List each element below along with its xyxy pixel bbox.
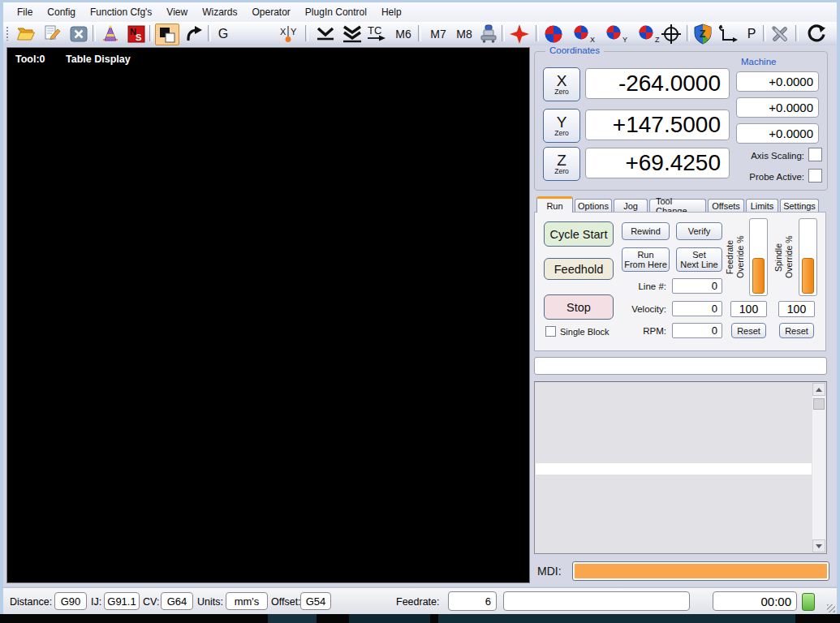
open-file-icon[interactable] (15, 24, 37, 44)
tab-limits[interactable]: Limits (746, 199, 778, 213)
spindle-override-reset-button[interactable]: Reset (779, 323, 814, 338)
toolbar-grip[interactable] (6, 27, 8, 41)
edit-gcode-icon[interactable] (41, 24, 64, 44)
z-machine-dro[interactable]: +0.0000 (736, 123, 819, 144)
stop-button[interactable]: Stop (544, 294, 614, 320)
single-block-checkbox[interactable] (545, 326, 556, 337)
zero-z-button[interactable]: Z Zero (543, 147, 580, 181)
rpm-field[interactable]: 0 (672, 323, 722, 338)
tab-options[interactable]: Options (575, 199, 612, 213)
x-machine-dro[interactable]: +0.0000 (736, 71, 819, 92)
cv-mode-label: CV: (143, 596, 159, 608)
zero-y-button[interactable]: Y Zero (543, 109, 580, 143)
tab-offsets[interactable]: Offsets (708, 199, 744, 213)
y-axis-dro[interactable]: +147.5000 (585, 110, 730, 140)
probe-active-label: Probe Active: (723, 172, 804, 182)
feedrate-label: Feedrate: (396, 596, 440, 608)
desktop-taskbar-strip (0, 614, 840, 623)
tab-jog[interactable]: Jog (614, 199, 648, 213)
menu-function-cfgs[interactable]: Function Cfg's (83, 4, 159, 20)
spindle-override-slider[interactable] (799, 218, 817, 296)
line-number-label: Line #: (613, 281, 666, 291)
scrollbar-thumb[interactable] (813, 398, 825, 410)
menu-help[interactable]: Help (374, 4, 409, 20)
toolbar-separator (502, 25, 505, 41)
display-mode-toggle-icon[interactable] (155, 24, 179, 45)
axis-scaling-checkbox[interactable] (808, 148, 822, 161)
menu-file[interactable]: File (10, 4, 40, 20)
ref-y-icon[interactable]: Y (604, 24, 631, 44)
run-from-here-button[interactable]: Run From Here (622, 247, 670, 272)
set-next-line-button[interactable]: Set Next Line (676, 247, 722, 272)
single-step-down-icon[interactable] (313, 24, 338, 44)
m6-icon[interactable]: M6 (390, 24, 416, 44)
feedrate-override-label: Feedrate Override % (725, 218, 746, 296)
multi-step-down-icon[interactable] (339, 24, 365, 44)
toolpath-display[interactable]: Tool:0 Table Display (6, 47, 530, 583)
spindle-override-value[interactable]: 100 (778, 301, 815, 317)
goto-zero-cross-icon[interactable] (506, 24, 532, 44)
coordinates-title: Coordinates (545, 45, 604, 55)
up-arrow-icon (816, 388, 822, 392)
z-axis-dro[interactable]: +69.4250 (585, 148, 730, 178)
menu-config[interactable]: Config (40, 4, 83, 20)
spindle-override-thumb[interactable] (802, 258, 814, 294)
offset-value: G54 (300, 592, 331, 610)
ref-all-home-icon[interactable] (542, 24, 565, 44)
regen-toolpath-icon[interactable] (182, 24, 206, 44)
ref-x-icon[interactable]: X (571, 24, 599, 44)
tab-run[interactable]: Run (536, 196, 573, 213)
menu-plugin-control[interactable]: PlugIn Control (298, 4, 374, 20)
settings-tools-icon[interactable] (768, 24, 792, 44)
feedrate-override-slider[interactable] (749, 218, 768, 296)
m7-icon[interactable]: M7 (425, 24, 451, 44)
menu-wizards[interactable]: Wizards (195, 4, 244, 20)
feedhold-button[interactable]: Feedhold (544, 258, 614, 280)
toolbar: N S G X Y (3, 22, 837, 46)
scroll-down-button[interactable] (812, 539, 825, 552)
park-icon[interactable]: P (742, 24, 761, 44)
offset-label: Offset: (271, 596, 301, 608)
feedrate-override-thumb[interactable] (752, 258, 765, 294)
feedrate-override-reset-button[interactable]: Reset (731, 323, 766, 338)
mdi-input[interactable] (572, 561, 829, 581)
axis-rotate-icon[interactable] (716, 24, 740, 44)
machine-coords-icon[interactable] (659, 24, 683, 44)
tab-tool-change[interactable]: Tool Change (649, 199, 706, 213)
goto-xy-icon[interactable]: X Y (276, 24, 300, 44)
velocity-field[interactable]: 0 (672, 301, 722, 316)
scroll-up-button[interactable] (812, 383, 825, 396)
close-file-icon[interactable] (67, 24, 90, 44)
feedrate-override-value[interactable]: 100 (730, 301, 767, 317)
menu-operator[interactable]: Operator (245, 4, 298, 20)
gcode-icon[interactable]: G (213, 24, 234, 44)
m8-icon[interactable]: M8 (451, 24, 477, 44)
refresh-icon[interactable] (803, 24, 829, 44)
rewind-button[interactable]: Rewind (622, 222, 670, 240)
gcode-list-scrollbar[interactable] (812, 383, 825, 552)
toolbar-separator (536, 25, 539, 41)
ns-softlimits-icon[interactable]: N S (125, 24, 148, 44)
y-machine-dro[interactable]: +0.0000 (736, 97, 819, 118)
status-message-field[interactable] (534, 357, 827, 375)
toolbar-separator (418, 25, 421, 41)
cycle-start-button[interactable]: Cycle Start (544, 221, 614, 247)
spindle-icon[interactable] (477, 24, 500, 44)
safe-z-shield-icon[interactable]: Z (691, 24, 714, 44)
taskbar-segment (268, 614, 317, 623)
line-number-field[interactable]: 0 (672, 278, 722, 294)
gcode-list[interactable] (534, 381, 827, 554)
tool-change-icon[interactable]: TC (365, 24, 388, 44)
x-axis-dro[interactable]: -264.0000 (585, 68, 730, 99)
probe-active-checkbox[interactable] (808, 169, 822, 183)
wizards-icon[interactable] (99, 24, 122, 44)
single-block-label: Single Block (560, 327, 610, 337)
toolbar-separator (93, 25, 96, 41)
svg-text:TC: TC (368, 24, 381, 37)
tab-settings[interactable]: Settings (780, 199, 819, 213)
distance-mode-label: Distance: (10, 596, 52, 608)
menu-view[interactable]: View (159, 4, 195, 20)
gcode-current-line[interactable] (536, 463, 812, 475)
zero-x-button[interactable]: X Zero (543, 67, 580, 101)
verify-button[interactable]: Verify (676, 222, 722, 240)
